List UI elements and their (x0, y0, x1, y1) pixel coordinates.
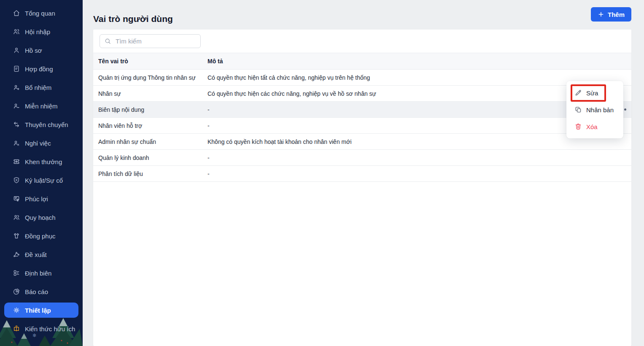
sidebar-item-ho-so[interactable]: Hồ sơ (0, 41, 83, 59)
table-row[interactable]: Quản lý kinh doanh - (93, 150, 631, 166)
main-content: Vai trò người dùng Thêm Tên vai trò Mô t… (83, 0, 644, 346)
role-description-cell: - (207, 154, 631, 161)
sidebar-item-label: Báo cáo (25, 288, 48, 295)
sidebar-item-kien-thuc-huu-ich[interactable]: Kiến thức hữu ích (0, 319, 83, 338)
profile-icon (13, 46, 20, 54)
uniform-icon (13, 232, 20, 240)
table-row[interactable]: Nhân sự Có quyền thực hiện các chức năng… (93, 86, 631, 102)
sidebar-item-label: Hợp đồng (25, 65, 53, 73)
contract-icon (13, 65, 20, 73)
sidebar-item-ky-luat-su-co[interactable]: Kỷ luật/Sự cố (0, 171, 83, 189)
sidebar-item-bao-cao[interactable]: Báo cáo (0, 282, 83, 301)
discipline-icon (13, 176, 20, 184)
sidebar-item-label: Thiết lập (25, 307, 51, 314)
sidebar-item-label: Nghỉ việc (25, 140, 51, 147)
menu-item-sua[interactable]: Sửa (566, 84, 623, 101)
menu-item-xoa[interactable]: Xóa (566, 118, 623, 135)
knowledge-icon (13, 325, 20, 332)
menu-item-label: Nhân bản (586, 106, 614, 114)
role-name-cell: Biên tập nội dung (93, 106, 207, 113)
search-input[interactable] (115, 37, 196, 45)
roles-card: Tên vai trò Mô tả Quản trị ứng dụng Thôn… (93, 30, 631, 346)
row-actions-dot[interactable] (624, 108, 626, 111)
sidebar-item-nghi-viec[interactable]: Nghỉ việc (0, 134, 83, 152)
sidebar-item-quy-hoach[interactable]: Quy hoạch (0, 208, 83, 227)
pencil-icon (574, 89, 582, 97)
role-name-cell: Nhân sự (93, 90, 207, 97)
sidebar-item-dinh-bien[interactable]: Định biên (0, 264, 83, 282)
plus-icon (598, 11, 604, 18)
menu-item-label: Sửa (586, 89, 598, 97)
sidebar-item-label: Thuyên chuyển (25, 121, 68, 128)
add-button[interactable]: Thêm (591, 7, 631, 22)
table-row[interactable]: Nhân viên hỗ trợ - (93, 118, 631, 134)
report-icon (13, 288, 20, 295)
role-name-cell: Admin nhân sự chuẩn (93, 138, 207, 145)
sidebar-item-label: Khen thưởng (25, 158, 62, 165)
table-header: Tên vai trò Mô tả (93, 53, 631, 70)
menu-item-nhan-ban[interactable]: Nhân bản (566, 101, 623, 118)
role-description-cell: Có quyền thực hiện tất cả chức năng, ngh… (207, 74, 631, 81)
table-row[interactable]: Quản trị ứng dụng Thông tin nhân sự Có q… (93, 70, 631, 86)
benefit-icon (13, 195, 20, 203)
sidebar-item-label: Hồ sơ (25, 47, 42, 54)
column-header-role-name: Tên vai trò (93, 58, 207, 65)
sidebar-item-label: Đồng phục (25, 232, 56, 240)
sidebar-item-label: Kỷ luật/Sự cố (25, 177, 63, 184)
sidebar-item-khen-thuong[interactable]: Khen thưởng (0, 152, 83, 171)
context-menu: Sửa Nhân bản Xóa (566, 81, 623, 138)
sidebar-item-label: Hội nhập (25, 28, 50, 35)
headcount-icon (13, 269, 20, 277)
table-body: Quản trị ứng dụng Thông tin nhân sự Có q… (93, 70, 631, 182)
dismissal-icon (13, 102, 20, 110)
table-row[interactable]: Biên tập nội dung - (93, 102, 631, 118)
resignation-icon (13, 139, 20, 147)
proposal-icon (13, 251, 20, 258)
sidebar-item-thiet-lap[interactable]: Thiết lập (4, 303, 78, 318)
table-row[interactable]: Admin nhân sự chuẩn Không có quyền kích … (93, 134, 631, 150)
sidebar-item-label: Phúc lợi (25, 195, 48, 203)
sidebar-item-dong-phuc[interactable]: Đồng phục (0, 227, 83, 245)
role-name-cell: Quản lý kinh doanh (93, 154, 207, 161)
sidebar-item-hoi-nhap[interactable]: Hội nhập (0, 22, 83, 41)
home-icon (13, 9, 20, 17)
menu-item-label: Xóa (586, 123, 598, 130)
sidebar-item-label: Quy hoạch (25, 214, 56, 221)
sidebar-item-label: Đề xuất (25, 251, 47, 258)
transfer-icon (13, 121, 20, 128)
sidebar-item-tong-quan[interactable]: Tổng quan (0, 4, 83, 22)
role-name-cell: Phân tích dữ liệu (93, 170, 207, 177)
sidebar: Tổng quan Hội nhập Hồ sơ Hợp đồng Bổ nhi… (0, 0, 83, 346)
search-box[interactable] (100, 34, 201, 48)
search-icon (104, 38, 111, 45)
onboarding-icon (13, 28, 20, 35)
search-section (93, 30, 631, 53)
add-button-label: Thêm (608, 11, 625, 18)
sidebar-item-de-xuat[interactable]: Đề xuất (0, 245, 83, 264)
sidebar-item-phuc-loi[interactable]: Phúc lợi (0, 189, 83, 208)
sidebar-nav: Tổng quan Hội nhập Hồ sơ Hợp đồng Bổ nhi… (0, 4, 83, 338)
appointment-icon (13, 84, 20, 91)
role-description-cell: - (207, 170, 631, 177)
sidebar-item-label: Bổ nhiệm (25, 84, 51, 91)
table-row[interactable]: Phân tích dữ liệu - (93, 166, 631, 182)
role-description-cell: Không có quyền kích hoạt tài khoản cho n… (207, 138, 631, 145)
role-name-cell: Nhân viên hỗ trợ (93, 122, 207, 129)
role-name-cell: Quản trị ứng dụng Thông tin nhân sự (93, 74, 207, 81)
sidebar-item-bo-nhiem[interactable]: Bổ nhiệm (0, 78, 83, 97)
column-header-description: Mô tả (207, 58, 631, 65)
sidebar-item-label: Kiến thức hữu ích (25, 325, 75, 332)
reward-icon (13, 158, 20, 165)
copy-icon (574, 106, 582, 114)
settings-icon (13, 306, 20, 314)
sidebar-item-label: Định biên (25, 270, 51, 277)
planning-icon (13, 214, 20, 221)
sidebar-item-hop-dong[interactable]: Hợp đồng (0, 59, 83, 78)
trash-icon (574, 123, 582, 130)
page-title: Vai trò người dùng (93, 14, 173, 24)
sidebar-item-thuyen-chuyen[interactable]: Thuyên chuyển (0, 115, 83, 134)
sidebar-item-label: Tổng quan (25, 10, 55, 17)
sidebar-item-label: Miễn nhiệm (25, 103, 58, 110)
sidebar-item-mien-nhiem[interactable]: Miễn nhiệm (0, 97, 83, 115)
